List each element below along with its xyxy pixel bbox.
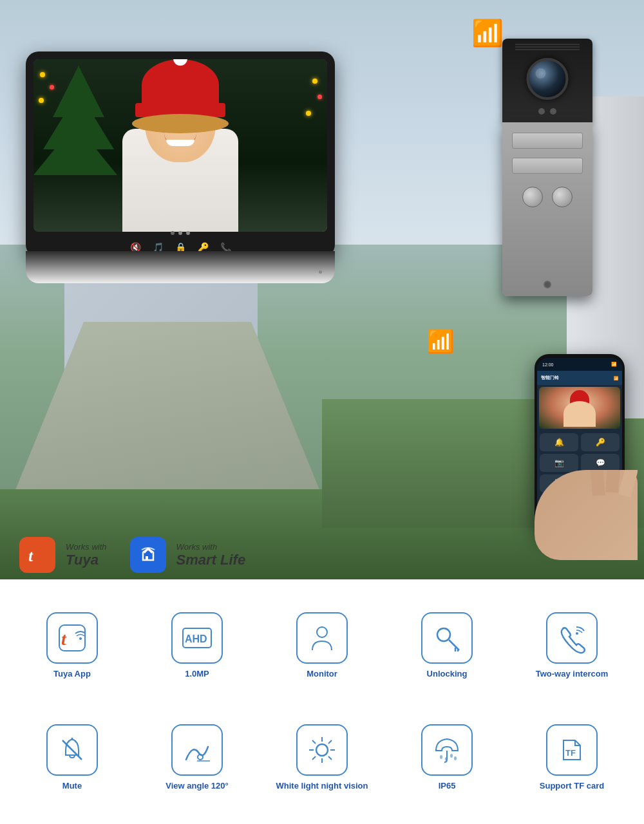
smartlife-text-block: Works with Smart Life (176, 542, 246, 568)
camera-lens (527, 58, 569, 100)
view-angle-icon-box (171, 724, 223, 776)
hero-section: 🔇 🎵 🔒 🔑 📞 📶 (0, 0, 644, 579)
svg-point-27 (454, 756, 457, 760)
mini-face (564, 401, 596, 427)
phone-signal: 📶 (611, 362, 617, 367)
sensor1 (538, 108, 545, 115)
brand-logos: t Works with Tuya Works with Smart Life (19, 537, 245, 573)
tuya-icon-svg: t (26, 543, 49, 566)
mute-label: Mute (62, 781, 82, 792)
intercom-icon-box (546, 612, 598, 664)
camera-buttons (522, 187, 573, 207)
camera-lock (544, 281, 551, 288)
svg-point-15 (316, 744, 328, 756)
features-rows: t Tuya App AHD 1.0MP (13, 592, 631, 811)
phone-ctrl4: 💬 (581, 454, 620, 472)
monitor-power-dot (319, 270, 322, 274)
smartlife-logo-icon (130, 537, 166, 573)
camera-btn1 (522, 187, 543, 207)
smartlife-brand-name: Smart Life (176, 552, 246, 568)
phone-video-feed (539, 387, 620, 429)
svg-point-11 (576, 632, 578, 635)
sensor-dots (538, 108, 556, 115)
svg-point-25 (445, 757, 448, 761)
svg-point-3 (79, 637, 82, 640)
sensor2 (550, 108, 556, 115)
feature-ip65: IP65 (388, 704, 506, 811)
light4 (312, 79, 317, 84)
camera-btn2 (552, 187, 573, 207)
hand-container (535, 470, 638, 560)
svg-point-26 (450, 754, 453, 758)
doorbell-camera (502, 39, 605, 309)
svg-text:t: t (61, 629, 67, 649)
tuya-works-with: Works with (66, 542, 107, 552)
night-vision-svg (306, 734, 338, 766)
intercom-svg (556, 622, 588, 654)
nameplate1 (512, 133, 583, 149)
svg-text:AHD: AHD (185, 633, 207, 644)
phone-app-header: 智能门铃 📶 (537, 371, 622, 385)
tuya-app-label: Tuya App (53, 669, 91, 680)
svg-line-8 (449, 640, 459, 650)
unlocking-svg (431, 622, 463, 654)
unlocking-icon-box (421, 612, 473, 664)
feature-night-vision: White light night vision (263, 704, 381, 811)
features-section: t Tuya App AHD 1.0MP (0, 579, 644, 824)
tuya-text-block: Works with Tuya (66, 542, 107, 568)
tf-card-label: Support TF card (540, 781, 604, 792)
ip65-icon-box (421, 724, 473, 776)
smartlife-works-with: Works with (176, 542, 246, 552)
ahd-label: 1.0MP (185, 669, 209, 680)
ahd-svg: AHD (181, 622, 213, 654)
night-vision-label: White light night vision (276, 781, 368, 792)
monitor-base (26, 251, 335, 283)
svg-point-6 (317, 627, 327, 637)
tuya-app-svg: t (56, 622, 88, 654)
monitor-icon-box (296, 612, 348, 664)
smartphone-container: 12:00 📶 智能门铃 📶 🔔 🔑 📷 (528, 341, 638, 560)
phone-statusbar: 12:00 📶 (537, 358, 622, 371)
night-vision-icon-box (296, 724, 348, 776)
intercom-label: Two-way intercom (536, 669, 608, 680)
svg-line-20 (312, 740, 316, 744)
monitor-outer: 🔇 🎵 🔒 🔑 📞 (26, 52, 335, 258)
monitor-label: Monitor (307, 669, 337, 680)
light1 (40, 72, 45, 77)
view-angle-label: View angle 120° (166, 781, 228, 792)
monitor-screen (33, 59, 327, 232)
phone-app-signal: 📶 (614, 376, 618, 380)
feature-unlocking: Unlocking (388, 592, 506, 699)
mute-svg (56, 734, 88, 766)
nameplate2 (512, 158, 583, 174)
dot1 (171, 231, 175, 235)
phone-ctrl3: 📷 (540, 454, 578, 472)
grille3 (515, 49, 580, 50)
tuya-app-icon-box: t (46, 612, 98, 664)
dot2 (178, 231, 182, 235)
svg-point-24 (440, 755, 442, 759)
view-angle-svg (181, 734, 213, 766)
phone-time: 12:00 (542, 362, 554, 367)
smartlife-icon-svg (137, 543, 160, 566)
light5 (317, 95, 322, 99)
feature-view-angle: View angle 120° (138, 704, 256, 811)
light6 (306, 111, 311, 116)
mute-icon-box (46, 724, 98, 776)
wifi-icon-doorbell-top: 📶 (471, 18, 504, 48)
tuya-logo-icon: t (19, 537, 55, 573)
tf-card-svg: TF (556, 734, 588, 766)
feature-intercom: Two-way intercom (513, 592, 631, 699)
hair (132, 114, 229, 133)
phone-ctrl2: 🔑 (581, 433, 620, 451)
tf-card-icon-box: TF (546, 724, 598, 776)
phone-ctrl1: 🔔 (540, 433, 578, 451)
grille1 (515, 44, 580, 45)
camera-body-silver (502, 122, 592, 296)
monitor-svg (306, 622, 338, 654)
status-dots (171, 231, 190, 235)
ip65-label: IP65 (439, 781, 456, 792)
ip65-svg (431, 734, 463, 766)
feature-tuya-app: t Tuya App (13, 592, 131, 699)
ahd-icon-box: AHD (171, 612, 223, 664)
